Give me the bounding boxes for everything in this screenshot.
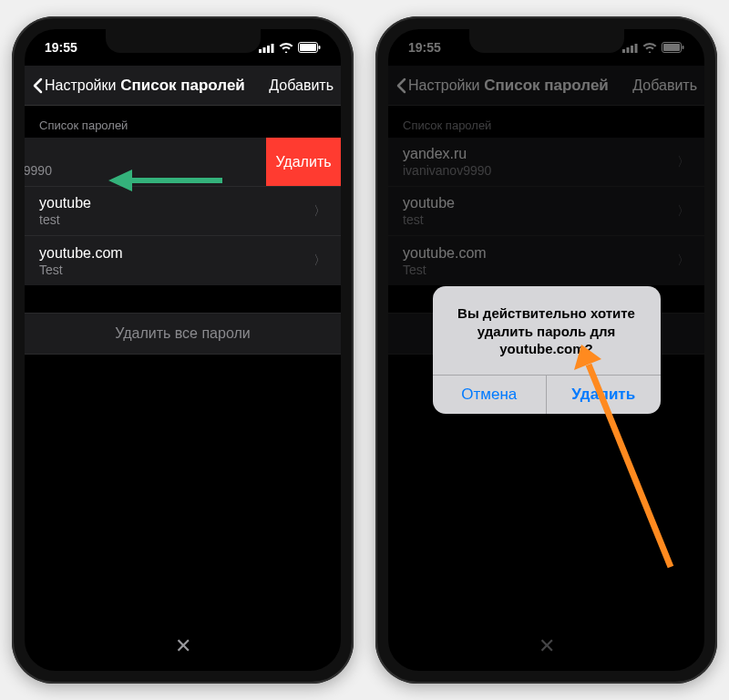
chevron-left-icon (32, 77, 43, 94)
svg-rect-6 (319, 46, 321, 49)
section-header: Список паролей (25, 106, 341, 138)
nav-bar: Настройки Список паролей Добавить (25, 66, 341, 106)
wifi-icon (279, 42, 293, 53)
annotation-arrow-green (108, 162, 227, 199)
status-right (259, 42, 321, 53)
phone-left: 19:55 Настройки Список паролей Добавить … (12, 16, 354, 684)
row-title: ru (25, 146, 297, 162)
svg-line-16 (589, 365, 671, 567)
spacer (25, 285, 341, 313)
svg-marker-8 (108, 170, 132, 191)
svg-rect-2 (267, 46, 270, 53)
nav-title: Список паролей (120, 77, 245, 95)
svg-rect-0 (259, 49, 262, 53)
notch (106, 29, 261, 53)
row-title: youtube.com (39, 245, 306, 262)
alert-cancel-button[interactable]: Отмена (433, 376, 547, 414)
chevron-right-icon: 〉 (313, 203, 326, 220)
svg-rect-5 (300, 44, 316, 51)
back-label: Настройки (45, 77, 116, 94)
battery-icon (298, 42, 321, 53)
password-list: ru ov9990 Удалить youtube test 〉 youtube… (25, 138, 341, 285)
close-icon[interactable]: ✕ (175, 634, 191, 658)
add-button[interactable]: Добавить (269, 77, 334, 94)
cellular-icon (259, 43, 274, 53)
screen: 19:55 Настройки Список паролей Добавить … (25, 29, 341, 671)
row-sub: test (39, 212, 306, 227)
row-sub: Test (39, 262, 306, 277)
svg-rect-1 (263, 47, 266, 53)
list-item[interactable]: youtube.com Test 〉 (25, 236, 341, 285)
chevron-right-icon: 〉 (313, 252, 326, 269)
back-button[interactable]: Настройки (32, 77, 116, 94)
swipe-delete-button[interactable]: Удалить (266, 138, 341, 186)
svg-rect-3 (272, 44, 274, 53)
screen: 19:55 Настройки Список паролей Добавить … (388, 29, 704, 671)
annotation-arrow-orange (570, 339, 689, 576)
phone-right: 19:55 Настройки Список паролей Добавить … (375, 16, 717, 684)
delete-all-button[interactable]: Удалить все пароли (25, 313, 341, 355)
status-time: 19:55 (45, 40, 77, 55)
